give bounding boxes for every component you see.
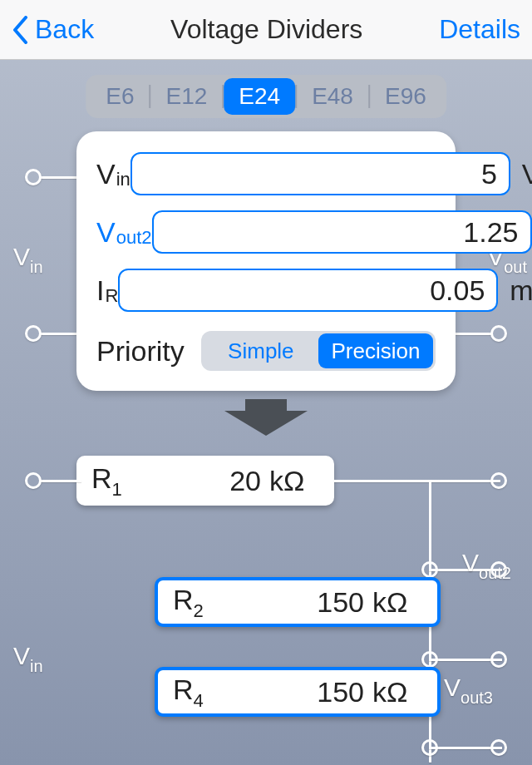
content: Vin Vout E6 E12 E24 E48 E96 Vin V Vout2 … <box>0 60 532 765</box>
wire <box>334 480 500 482</box>
series-e6[interactable]: E6 <box>91 78 149 115</box>
vout-row: Vout2 V <box>96 203 436 261</box>
circuit-junction <box>421 561 438 578</box>
input-card: Vin V Vout2 V IR mA Priority Simple Prec… <box>76 131 456 391</box>
r2-name: R2 <box>173 584 239 621</box>
series-e96[interactable]: E96 <box>370 78 441 115</box>
series-e12[interactable]: E12 <box>150 78 222 115</box>
arrow-down-icon <box>224 399 308 436</box>
circuit-junction <box>421 651 438 668</box>
pin-vout3: Vout3 <box>444 674 493 706</box>
r4-unit: kΩ <box>372 676 422 708</box>
vin-input[interactable] <box>131 152 510 195</box>
vin-unit: V <box>510 158 532 190</box>
svg-marker-0 <box>224 399 308 436</box>
series-e24[interactable]: E24 <box>224 78 295 115</box>
series-e48[interactable]: E48 <box>297 78 368 115</box>
page-title: Voltage Dividers <box>94 14 439 45</box>
circuit-node <box>490 472 507 489</box>
priority-selector: Simple Precision <box>201 331 436 371</box>
circuit-node <box>25 325 42 342</box>
circuit-node <box>490 651 507 668</box>
r1-value: 20 <box>158 465 269 497</box>
ir-unit: mA <box>498 274 532 307</box>
pin-vout2: Vout2 <box>462 549 511 581</box>
vout-label: Vout2 <box>96 216 152 249</box>
ir-label: IR <box>96 274 118 307</box>
vin-label: Vin <box>96 158 131 190</box>
vin-row: Vin V <box>96 145 436 203</box>
r4-value: 150 <box>239 676 372 708</box>
details-button[interactable]: Details <box>439 14 520 45</box>
wire <box>40 480 81 482</box>
circuit-node <box>490 739 507 756</box>
back-label: Back <box>35 14 94 45</box>
ir-row: IR mA <box>96 261 436 319</box>
r2-value: 150 <box>239 586 372 619</box>
priority-precision[interactable]: Precision <box>318 333 433 368</box>
result-r4[interactable]: R4 150 kΩ <box>155 667 441 717</box>
circuit-junction <box>421 739 438 756</box>
priority-label: Priority <box>96 335 185 368</box>
r1-name: R1 <box>91 462 158 500</box>
priority-simple[interactable]: Simple <box>204 333 318 368</box>
pin-vin-top: Vin <box>13 243 43 275</box>
pin-vin-bottom: Vin <box>13 642 43 674</box>
priority-row: Priority Simple Precision <box>96 324 436 378</box>
ir-input[interactable] <box>118 269 498 312</box>
vout-input[interactable] <box>152 210 532 254</box>
r1-unit: kΩ <box>269 465 319 497</box>
back-button[interactable]: Back <box>12 14 94 45</box>
circuit-node <box>490 325 507 342</box>
navbar: Back Voltage Dividers Details <box>0 0 532 60</box>
circuit-node <box>25 169 42 185</box>
e-series-selector: E6 E12 E24 E48 E96 <box>86 75 446 118</box>
r4-name: R4 <box>173 674 239 711</box>
result-r2[interactable]: R2 150 kΩ <box>155 577 441 627</box>
r2-unit: kΩ <box>372 586 422 619</box>
chevron-left-icon <box>12 16 28 44</box>
circuit-node <box>25 472 42 489</box>
result-r1[interactable]: R1 20 kΩ <box>76 456 334 506</box>
